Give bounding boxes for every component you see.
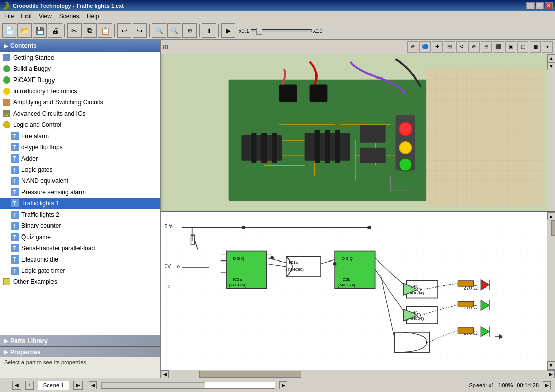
view-scroll-up[interactable]: ▲ — [547, 54, 555, 62]
view-scroll-down[interactable]: ▼ — [547, 62, 555, 70]
maximize-button[interactable]: □ — [536, 2, 544, 9]
properties-header[interactable]: ▶ Properties — [0, 346, 160, 357]
tree-item-electronic-die[interactable]: T Electronic die — [0, 254, 160, 265]
redo-button[interactable]: ↪ — [133, 23, 147, 38]
circuit-scroll-right[interactable]: ▶ — [547, 370, 555, 378]
tree-item-logic-gate-timer[interactable]: T Logic gate timer — [0, 265, 160, 276]
menu-file[interactable]: File — [1, 12, 17, 21]
window-controls[interactable]: ─ □ ✕ — [526, 2, 553, 9]
tree-container[interactable]: Getting Started Build a Buggy PICAXE Bug… — [0, 52, 160, 335]
speed-thumb[interactable] — [256, 28, 262, 35]
tree-item-introductory-electronics[interactable]: Introductory Electronics — [0, 86, 160, 97]
svg-text:IC2b: IC2b — [342, 277, 351, 282]
view-3d-sub-button[interactable]: ⊟ — [481, 41, 492, 53]
new-button[interactable]: 📄 — [2, 23, 16, 38]
scene-add[interactable]: + — [25, 381, 34, 390]
copy-button[interactable]: ⧉ — [83, 23, 97, 38]
tree-item-binary-counter[interactable]: T Binary counter — [0, 220, 160, 231]
h-scroll-thumb[interactable] — [199, 371, 301, 378]
view-scrollbar[interactable]: ▲ ▼ — [547, 54, 555, 211]
tree-item-amplifying-switching[interactable]: Amplifying and Switching Circuits — [0, 97, 160, 108]
undo-button[interactable]: ↩ — [117, 23, 131, 38]
svg-text:D S Q: D S Q — [342, 256, 353, 261]
scene-scroll-left[interactable]: ◀ — [89, 381, 97, 389]
view-3d-box1-button[interactable]: ⬛ — [493, 41, 504, 53]
view-3d-zoom-button[interactable]: 🔵 — [419, 41, 431, 53]
parts-library-header[interactable]: ▶ Parts Library — [0, 335, 160, 346]
left-panel: ▶ Contents Getting Started Build a Buggy… — [0, 40, 161, 378]
view-3d-add-button[interactable]: ⊕ — [468, 41, 480, 53]
scene-scroll-right[interactable]: ▶ — [279, 381, 287, 389]
cut-button[interactable]: ✂ — [67, 23, 82, 38]
svg-text:D S Q: D S Q — [233, 256, 244, 261]
view-3d-box2-button[interactable]: ▣ — [505, 41, 516, 53]
view-3d-menu-button[interactable]: ▾ — [542, 41, 553, 53]
svg-point-50 — [399, 123, 411, 135]
zoom-out-button[interactable]: 🔍 — [167, 23, 181, 38]
right-corner-btn[interactable]: ▶ — [543, 381, 551, 389]
svg-point-54 — [399, 159, 411, 171]
close-button[interactable]: ✕ — [545, 2, 553, 9]
menu-help[interactable]: Help — [84, 12, 102, 21]
tree-item-fire-alarm[interactable]: T Fire alarm — [0, 130, 160, 142]
tree-item-pressure-sensing-alarm[interactable]: T Pressure sensing alarm — [0, 187, 160, 198]
tree-item-other-examples[interactable]: Other Examples — [0, 276, 160, 288]
view-3d-rotate-button[interactable]: ⊕ — [407, 41, 418, 53]
tree-item-advanced-circuits[interactable]: IC Advanced Circuits and ICs — [0, 108, 160, 119]
zoom-in-button[interactable]: 🔍 — [152, 23, 166, 38]
menu-view[interactable]: View — [36, 12, 55, 21]
run-button[interactable]: ▶ — [221, 23, 235, 38]
circuit-scroll-down[interactable]: ▼ — [547, 361, 556, 370]
svg-rect-44 — [360, 125, 386, 143]
fit-button[interactable]: ⊞ — [182, 23, 197, 38]
circuit-scrollbar-horizontal[interactable]: ◀ ▶ — [161, 370, 555, 378]
tree-item-serial-transfer[interactable]: T Serial-transfer parallel-load — [0, 243, 160, 254]
circuit-scrollbar-vertical[interactable]: ▲ ▼ — [547, 212, 555, 370]
scene-prev[interactable]: ◀ — [12, 381, 21, 390]
scene-scroll-thumb[interactable] — [101, 382, 205, 388]
circuit-area[interactable]: 5 V —o 0V —o ⌐o — [161, 212, 555, 370]
scene-tab-1[interactable]: Scene 1 — [38, 381, 69, 390]
right-area: m ⊕ 🔵 ✚ ⊞ ↺ ⊕ ⊟ ⬛ ▣ ▢ ▩ ▾ — [161, 40, 555, 378]
tree-item-picaxe-buggy[interactable]: PICAXE Buggy — [0, 74, 160, 86]
tree-item-quiz-game[interactable]: T Quiz game — [0, 231, 160, 243]
tree-item-build-buggy[interactable]: Build a Buggy — [0, 63, 160, 74]
parts-arrow-icon: ▶ — [4, 338, 8, 344]
separator-3 — [149, 24, 150, 37]
circuit-scroll-thumb[interactable] — [551, 220, 556, 236]
view-3d[interactable]: x y ▲ ▼ — [161, 54, 555, 212]
view-3d-reset-button[interactable]: ↺ — [456, 41, 467, 53]
view-3d-box3-button[interactable]: ▢ — [517, 41, 528, 53]
tree-item-traffic-lights-1[interactable]: T Traffic lights 1 — [0, 198, 160, 209]
properties-panel: Select a part to see its properties — [0, 357, 160, 378]
svg-text:0V: 0V — [165, 264, 171, 269]
tree-item-adder[interactable]: T Adder — [0, 153, 160, 164]
menu-edit[interactable]: Edit — [18, 12, 35, 21]
paste-button[interactable]: 📋 — [98, 23, 112, 38]
view-3d-pan-button[interactable]: ✚ — [432, 41, 443, 53]
circuit-scroll-left[interactable]: ◀ — [161, 370, 169, 378]
svg-text:(74HC74): (74HC74) — [338, 283, 355, 288]
tree-item-logic-gates[interactable]: T Logic gates — [0, 164, 160, 175]
view-3d-box4-button[interactable]: ▩ — [530, 41, 541, 53]
svg-rect-42 — [325, 130, 330, 163]
svg-rect-41 — [315, 130, 320, 163]
svg-text:IC2a: IC2a — [233, 277, 242, 282]
toolbar: 📄 📂 💾 🖨 ✂ ⧉ 📋 ↩ ↪ 🔍 🔍 ⊞ ⏸ ▶ x0.1 x10 — [0, 21, 555, 40]
menu-scenes[interactable]: Scenes — [56, 12, 83, 21]
svg-text:⌐o: ⌐o — [165, 283, 171, 289]
tree-item-traffic-lights-2[interactable]: T Traffic lights 2 — [0, 209, 160, 220]
minimize-button[interactable]: ─ — [526, 2, 535, 9]
view-3d-fit-button[interactable]: ⊞ — [444, 41, 455, 53]
open-button[interactable]: 📂 — [17, 23, 32, 38]
print-button[interactable]: 🖨 — [48, 23, 62, 38]
scene-next[interactable]: ▶ — [73, 381, 83, 390]
speed-track[interactable] — [251, 29, 312, 32]
pause-button[interactable]: ⏸ — [202, 23, 216, 38]
tree-item-getting-started[interactable]: Getting Started — [0, 52, 160, 63]
tree-item-d-type-flip-flops[interactable]: T d-type flip flops — [0, 142, 160, 153]
tree-item-nand-equivalent[interactable]: T NAND equivalent — [0, 175, 160, 187]
tree-item-logic-control[interactable]: Logic and Control — [0, 119, 160, 130]
save-button[interactable]: 💾 — [33, 23, 47, 38]
circuit-scroll-up[interactable]: ▲ — [547, 212, 556, 220]
